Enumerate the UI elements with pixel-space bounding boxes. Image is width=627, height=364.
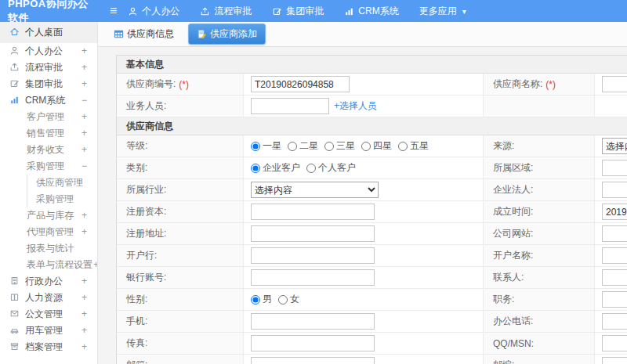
expand-icon[interactable]: + xyxy=(82,207,87,224)
text-input[interactable] xyxy=(602,76,627,92)
text-input[interactable] xyxy=(602,357,627,364)
topbar-item-2[interactable]: 集团审批 xyxy=(272,5,324,18)
expand-icon[interactable]: + xyxy=(82,339,87,355)
text-input[interactable] xyxy=(602,225,627,242)
text-input[interactable] xyxy=(251,335,375,351)
expand-icon[interactable]: + xyxy=(82,323,87,339)
supplier-add-form: 基本信息供应商编号:(*)供应商名称:(*)业务人员:+选择人员供应商信息等级:… xyxy=(116,55,627,364)
label-text: 邮箱: xyxy=(126,359,147,364)
field-control xyxy=(244,245,484,266)
radio-option[interactable]: 四星 xyxy=(361,139,392,153)
sidebar-item-2[interactable]: 流程审批+ xyxy=(0,59,97,76)
topbar-item-0[interactable]: 个人办公 xyxy=(128,5,179,18)
text-input[interactable] xyxy=(602,160,627,176)
sidebar-item-11[interactable]: 产品与库存+ xyxy=(0,207,97,224)
sidebar-item-5[interactable]: 客户管理+ xyxy=(0,109,97,125)
text-input[interactable] xyxy=(602,247,627,264)
select-dropdown[interactable]: 选择内容 xyxy=(602,138,627,154)
sidebar-item-16[interactable]: 人力资源+ xyxy=(0,290,97,306)
expand-icon[interactable]: + xyxy=(82,59,87,76)
chart-icon xyxy=(344,6,354,16)
topbar-item-4[interactable]: 更多应用▾ xyxy=(419,5,466,18)
collapse-icon[interactable]: − xyxy=(82,158,87,175)
sidebar-item-6[interactable]: 销售管理+ xyxy=(0,125,97,142)
sidebar-item-8[interactable]: 采购管理− xyxy=(0,158,97,175)
text-input[interactable] xyxy=(602,204,627,220)
topbar-item-1[interactable]: 流程审批 xyxy=(200,5,252,18)
sidebar-item-0[interactable]: 个人桌面 xyxy=(0,22,97,43)
expand-icon[interactable]: + xyxy=(82,125,87,142)
radio-input[interactable] xyxy=(251,295,260,305)
tab-0[interactable]: 供应商信息 xyxy=(107,24,180,44)
field-control xyxy=(244,74,484,95)
expand-icon[interactable]: + xyxy=(82,142,87,158)
sidebar-item-14[interactable]: 表单与流程设置+ xyxy=(0,257,97,273)
text-input[interactable] xyxy=(251,247,375,264)
sidebar-item-15[interactable]: 行政办公+ xyxy=(0,273,97,290)
field-control xyxy=(244,201,484,222)
text-input[interactable] xyxy=(251,225,375,242)
tab-1[interactable]: 供应商添加 xyxy=(188,23,266,45)
expand-icon[interactable]: + xyxy=(82,224,87,240)
text-input[interactable] xyxy=(251,76,350,92)
field-label: 等级: xyxy=(117,135,244,157)
sidebar-item-4[interactable]: CRM系统− xyxy=(0,92,97,109)
radio-option[interactable]: 男 xyxy=(251,293,272,306)
sidebar-item-7[interactable]: 财务收支+ xyxy=(0,142,97,158)
text-input[interactable] xyxy=(251,204,375,220)
text-input[interactable] xyxy=(602,269,627,286)
expand-icon[interactable]: + xyxy=(82,76,87,92)
radio-option[interactable]: 三星 xyxy=(324,139,355,153)
radio-option[interactable]: 女 xyxy=(278,293,299,306)
radio-input[interactable] xyxy=(398,142,408,151)
radio-input[interactable] xyxy=(288,142,297,151)
radio-input[interactable] xyxy=(306,164,316,173)
sidebar-item-12[interactable]: 代理商管理+ xyxy=(0,224,97,240)
expand-icon[interactable]: + xyxy=(82,290,87,306)
collapse-icon[interactable]: − xyxy=(82,92,87,109)
expand-icon[interactable]: + xyxy=(82,273,87,290)
sidebar-item-19[interactable]: 档案管理+ xyxy=(0,339,97,355)
field-control: 一星二星三星四星五星 xyxy=(244,135,484,157)
select-dropdown[interactable]: 选择内容 xyxy=(251,182,379,198)
topbar-item-3[interactable]: CRM系统 xyxy=(344,5,398,18)
text-input[interactable] xyxy=(251,313,375,330)
radio-input[interactable] xyxy=(278,295,288,305)
radio-input[interactable] xyxy=(361,142,371,151)
text-input[interactable] xyxy=(251,98,329,114)
text-input[interactable] xyxy=(602,313,627,330)
radio-input[interactable] xyxy=(251,164,260,173)
text-input[interactable] xyxy=(251,357,375,364)
label-text: 邮编: xyxy=(493,359,514,364)
radio-input[interactable] xyxy=(251,142,260,151)
label-text: QQ/MSN: xyxy=(493,338,534,349)
text-input[interactable] xyxy=(602,291,627,308)
expand-icon[interactable]: + xyxy=(82,306,87,323)
expand-icon[interactable]: + xyxy=(82,43,87,59)
sidebar-item-10[interactable]: 采购管理 xyxy=(0,191,97,207)
radio-option[interactable]: 一星 xyxy=(251,139,281,153)
text-input[interactable] xyxy=(602,182,627,198)
label-text: 注册地址: xyxy=(126,227,166,240)
radio-option[interactable]: 五星 xyxy=(398,139,429,153)
radio-option[interactable]: 二星 xyxy=(288,139,318,153)
sidebar-item-1[interactable]: 个人办公+ xyxy=(0,43,97,59)
radio-input[interactable] xyxy=(324,142,334,151)
field-control: 选择内容 xyxy=(244,179,484,200)
sidebar-item-3[interactable]: 集团审批+ xyxy=(0,76,97,92)
sidebar-item-9[interactable]: 供应商管理 xyxy=(0,175,97,191)
section-header: 供应商信息 xyxy=(117,117,627,135)
sidebar-item-17[interactable]: 公文管理+ xyxy=(0,306,97,323)
car-icon xyxy=(9,324,20,341)
user-icon xyxy=(9,45,20,61)
menu-icon[interactable]: ≡ xyxy=(110,0,117,22)
expand-icon[interactable]: + xyxy=(82,109,87,125)
text-input[interactable] xyxy=(602,335,627,351)
sidebar-item-13[interactable]: 报表与统计 xyxy=(0,240,97,257)
sidebar-item-18[interactable]: 用车管理+ xyxy=(0,323,97,339)
text-input[interactable] xyxy=(251,269,375,286)
choose-person-link[interactable]: +选择人员 xyxy=(334,99,377,113)
radio-option[interactable]: 企业客户 xyxy=(251,161,300,175)
building-icon xyxy=(9,275,20,291)
radio-option[interactable]: 个人客户 xyxy=(306,161,356,175)
